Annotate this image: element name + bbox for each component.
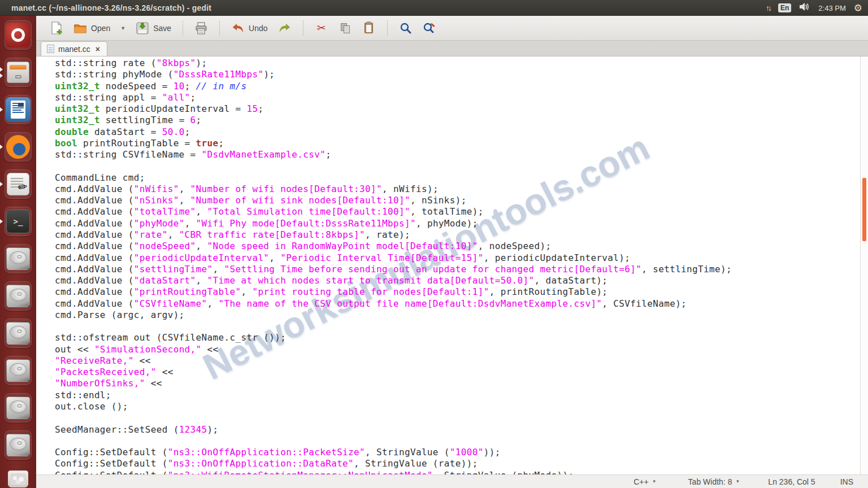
code-line: "NumberOfSinks," <<	[55, 378, 868, 389]
new-document-button[interactable]	[46, 19, 67, 37]
toolbar-separator	[303, 20, 303, 36]
system-tray: ↑↓ En 2:43 PM ⚙	[766, 0, 862, 16]
toolbar: Open ▼ Save	[36, 16, 868, 41]
open-dropdown-caret: ▼	[120, 25, 125, 31]
code-line: CommandLine cmd;	[55, 172, 868, 184]
code-line: cmd.AddValue ("periodicUpdateInterval", …	[55, 252, 868, 264]
code-line: Config::SetDefault ("ns3::WifiRemoteStat…	[55, 470, 868, 474]
keyboard-layout-indicator[interactable]: En	[778, 3, 791, 12]
open-button[interactable]: Open	[70, 19, 114, 37]
code-line: Config::SetDefault ("ns3::OnOffApplicati…	[55, 447, 868, 458]
code-line: cmd.AddValue ("printRoutingTable", "prin…	[55, 286, 868, 298]
code-line	[55, 412, 868, 424]
copy-button[interactable]	[335, 19, 355, 37]
unity-launcher: ✏>_	[0, 16, 36, 488]
status-bar: C++ ▼ Tab Width: 8 ▼ Ln 236, Col 5 INS	[36, 474, 868, 488]
paste-icon	[362, 21, 376, 35]
code-line	[55, 435, 868, 447]
code-line: cmd.AddValue ("settlingTime", "Settling …	[55, 264, 868, 275]
code-line: cmd.AddValue ("totalTime", "Total Simula…	[55, 206, 868, 217]
search-icon	[399, 21, 413, 35]
new-document-icon	[50, 21, 63, 35]
code-line: std::string phyMode ("DsssRate11Mbps");	[55, 69, 868, 80]
redo-icon	[278, 21, 292, 35]
save-button[interactable]: Save	[132, 19, 175, 37]
undo-icon	[231, 21, 245, 35]
code-line: cmd.AddValue ("nWifis", "Number of wifi …	[55, 184, 868, 195]
launcher-item-disk-drive-6[interactable]	[5, 430, 32, 460]
launcher-item-disk-drive-4[interactable]	[5, 356, 32, 385]
tab-width-label: Tab Width: 8	[688, 477, 732, 486]
code-line	[55, 160, 868, 172]
open-folder-icon	[73, 21, 87, 35]
redo-button[interactable]	[275, 19, 295, 37]
save-button-label: Save	[153, 24, 171, 33]
speaker-icon[interactable]	[799, 2, 810, 14]
pencil-icon: ✏	[17, 180, 29, 195]
search-button[interactable]	[396, 19, 416, 37]
open-recent-dropdown[interactable]: ▼	[117, 23, 129, 33]
gedit-window: Open ▼ Save	[36, 16, 868, 488]
copy-icon	[338, 21, 352, 35]
launcher-item-terminal[interactable]: >_	[5, 207, 32, 236]
code-line: "PacketsReceived," <<	[55, 367, 868, 378]
print-icon	[194, 21, 208, 35]
tab-width-selector[interactable]: Tab Width: 8 ▼	[685, 477, 744, 487]
launcher-item-disk-drive-2[interactable]	[5, 281, 32, 311]
code-line: std::string rate ("8kbps");	[55, 58, 868, 69]
document-icon	[47, 45, 54, 53]
vertical-scrollbar[interactable]	[860, 56, 868, 474]
running-indicator	[0, 58, 5, 87]
gear-icon[interactable]: ⚙	[854, 2, 862, 14]
language-label: C++	[633, 477, 648, 486]
undo-button-label: Undo	[249, 24, 267, 33]
launcher-item-disk-drive-3[interactable]	[5, 319, 32, 348]
launcher-item-gedit[interactable]: ✏	[5, 169, 32, 199]
code-view: std::string rate ("8kbps");std::string p…	[36, 56, 868, 474]
clock[interactable]: 2:43 PM	[818, 4, 845, 12]
code-line: cmd.AddValue ("rate", "CBR traffic rate[…	[55, 229, 868, 241]
launcher-item-firefox[interactable]	[5, 132, 32, 162]
launcher-item-disk-drive-5[interactable]	[5, 393, 32, 422]
code-line: out.close ();	[55, 401, 868, 412]
launcher-item-file-manager[interactable]	[5, 58, 32, 87]
code-line	[55, 321, 868, 332]
code-line: uint32_t nodeSpeed = 10; // in m/s	[55, 81, 868, 92]
paste-button[interactable]	[359, 19, 379, 37]
chevron-down-icon: ▼	[735, 479, 740, 484]
launcher-item-disk-drive-1[interactable]	[5, 244, 32, 273]
toolbar-separator	[219, 20, 220, 36]
running-indicator	[0, 169, 5, 199]
tab-close-icon[interactable]: ×	[94, 45, 101, 54]
save-icon	[136, 21, 149, 35]
search-replace-button[interactable]	[419, 19, 440, 37]
text-editor-area[interactable]: Networksimulationtools.com std::string r…	[36, 56, 868, 474]
print-button[interactable]	[191, 19, 211, 37]
network-arrows-icon[interactable]: ↑↓	[766, 3, 770, 12]
cursor-position: Ln 236, Col 5	[768, 477, 815, 486]
tab-manet-cc[interactable]: manet.cc ×	[41, 41, 107, 56]
code-line: std::string CSVfileName = "DsdvManetExam…	[55, 149, 868, 160]
code-line: cmd.AddValue ("dataStart", "Time at whic…	[55, 275, 868, 286]
window-titlebar[interactable]: manet.cc (~/ns-allinone-3.26/ns-3.26/scr…	[0, 0, 868, 16]
insert-mode-indicator: INS	[840, 477, 853, 486]
code-line: std::endl;	[55, 390, 868, 401]
toolbar-separator	[183, 20, 183, 36]
launcher-item-trash[interactable]	[5, 468, 32, 488]
launcher-item-ubuntu-dash[interactable]	[5, 20, 32, 50]
cut-button[interactable]: ✂	[311, 19, 332, 37]
code-line: cmd.AddValue ("nSinks", "Number of wifi …	[55, 195, 868, 206]
code-line: uint32_t periodicUpdateInterval = 15;	[55, 103, 868, 115]
code-line: SeedManager::SetSeed (12345);	[55, 424, 868, 435]
tab-label: manet.cc	[58, 45, 90, 54]
code-line: bool printRoutingTable = true;	[55, 138, 868, 149]
code-line: cmd.AddValue ("phyMode", "Wifi Phy mode[…	[55, 218, 868, 229]
scrollbar-thumb[interactable]	[862, 178, 866, 241]
language-selector[interactable]: C++ ▼	[630, 477, 659, 487]
undo-button[interactable]: Undo	[228, 19, 271, 37]
desktop: manet.cc (~/ns-allinone-3.26/ns-3.26/scr…	[0, 0, 868, 488]
open-button-label: Open	[91, 24, 110, 33]
launcher-item-libreoffice-writer[interactable]	[5, 95, 32, 124]
code-line: cmd.AddValue ("nodeSpeed", "Node speed i…	[55, 241, 868, 252]
code-line: cmd.AddValue ("CSVfileName", "The name o…	[55, 298, 868, 310]
